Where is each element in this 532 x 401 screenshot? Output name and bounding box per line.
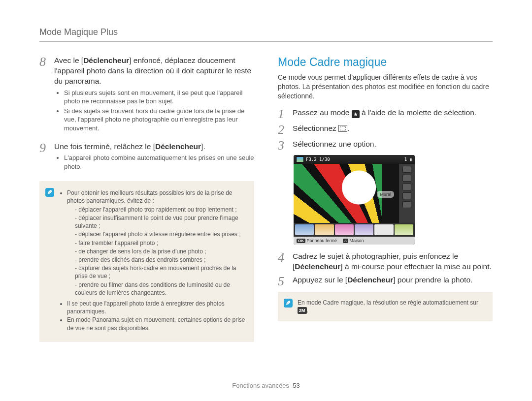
- frame-name-label: Mural: [377, 191, 394, 198]
- bullet: Si plusieurs sujets sont en mouvement, i…: [64, 89, 254, 106]
- side-icon: [402, 201, 411, 208]
- subsection-intro: Ce mode vous permet d'appliquer différen…: [278, 73, 493, 101]
- step-number: 8: [39, 56, 48, 139]
- note-icon: [45, 188, 54, 197]
- text: Avec le [: [54, 56, 83, 64]
- camera-top-bar: F3.2 1/30 1 ▮: [294, 155, 415, 164]
- resolution-2m-icon: 2M: [298, 307, 307, 314]
- camera-display-illustration: F3.2 1/30 1 ▮ Mural: [294, 155, 415, 245]
- left-column: 8 Avec le [Déclencheur] enfoncé, déplace…: [39, 56, 254, 342]
- page-number: 53: [293, 382, 299, 389]
- step-number: 9: [39, 142, 48, 177]
- step-2: 2 Sélectionnez .: [278, 123, 493, 136]
- step-number: 2: [278, 123, 287, 136]
- step-9-bullets: L'appareil photo combine automatiquement…: [54, 154, 254, 171]
- side-icon: [402, 166, 411, 173]
- step-number: 1: [278, 108, 287, 121]
- step-text: Avec le [Déclencheur] enfoncé, déplacez …: [54, 56, 254, 139]
- avoid-item: de changer de sens lors de la prise d'un…: [75, 247, 247, 255]
- frame-thumbnails: [294, 223, 415, 237]
- shutter-label: Déclencheur: [155, 142, 201, 151]
- text: ].: [201, 142, 205, 151]
- battery-indicator: 1 ▮: [404, 157, 412, 162]
- frame-thumb: [374, 224, 393, 235]
- step-text: Cadrez le sujet à photographier, puis en…: [293, 251, 493, 272]
- step-text: Appuyez sur le [Déclencheur] pour prendr…: [293, 275, 472, 288]
- text: ] à mi-course pour effectuer la mise au …: [340, 262, 491, 271]
- text: .: [347, 124, 349, 132]
- side-icon: [402, 184, 411, 190]
- footer-section: Fonctions avancées: [232, 382, 289, 389]
- resolution-note-box: En mode Cadre magique, la résolution se …: [278, 292, 493, 321]
- text: Appuyez sur le [: [293, 276, 347, 284]
- avoid-item: faire trembler l'appareil photo ;: [75, 239, 247, 247]
- tip-extra: En mode Panorama sujet en mouvement, cer…: [67, 316, 247, 332]
- two-column-layout: 8 Avec le [Déclencheur] enfoncé, déplace…: [39, 56, 493, 342]
- note-icon: [284, 299, 293, 308]
- right-column: Mode Cadre magique Ce mode vous permet d…: [278, 56, 493, 342]
- step-1: 1 Passez au mode ★ à l'aide de la molett…: [278, 108, 493, 121]
- bullet: Si des sujets se trouvent hors du cadre …: [64, 107, 254, 133]
- step-number: 4: [278, 251, 287, 272]
- step-number: 5: [278, 275, 287, 288]
- avoid-list: déplacer l'appareil photo trop rapidemen…: [67, 206, 247, 297]
- step-text: Passez au mode ★ à l'aide de la molette …: [293, 108, 476, 121]
- text: ] pour prendre la photo.: [393, 276, 472, 284]
- avoid-item: prendre ou filmer dans des conditions de…: [75, 281, 247, 297]
- home-action-label: Maison: [349, 238, 364, 243]
- frame-thumb: [315, 224, 333, 235]
- tip-content: Pour obtenir les meilleurs résultats pos…: [59, 188, 247, 335]
- page-footer: Fonctions avancées 53: [0, 382, 532, 389]
- camera-bottom-bar: OK Panneau fermé ⌂ Maison: [294, 237, 415, 245]
- thumbnail-icon: [296, 156, 304, 162]
- side-icons: [399, 164, 415, 223]
- live-view-image: Mural: [294, 164, 399, 223]
- tip-extra: Il se peut que l'appareil photo tarde à …: [67, 300, 247, 315]
- step-text: Sélectionnez une option.: [293, 139, 376, 152]
- avoid-item: déplacer l'appareil photo à vitesse irré…: [75, 230, 247, 238]
- shutter-label: Déclencheur: [347, 276, 393, 284]
- step-8-bullets: Si plusieurs sujets sont en mouvement, i…: [54, 89, 254, 133]
- resolution-note-text: En mode Cadre magique, la résolution se …: [298, 299, 486, 314]
- frame-thumb: [395, 224, 413, 235]
- step-number: 3: [278, 139, 287, 152]
- text: Sélectionnez: [293, 124, 338, 132]
- mode-dial-icon: ★: [352, 110, 360, 118]
- subsection-heading: Mode Cadre magique: [278, 56, 493, 69]
- frame-thumb: [335, 224, 354, 235]
- exposure-readout: F3.2 1/30: [306, 157, 330, 162]
- avoid-item: déplacer insuffisamment le point de vue …: [75, 214, 247, 230]
- text: Passez au mode: [293, 108, 352, 117]
- avoid-item: prendre des clichés dans des endroits so…: [75, 256, 247, 264]
- side-icon: [402, 175, 411, 182]
- shutter-label: Déclencheur: [83, 56, 129, 64]
- bullet: L'appareil photo combine automatiquement…: [64, 154, 254, 171]
- step-3: 3 Sélectionnez une option.: [278, 139, 493, 152]
- frame-thumb: [295, 224, 314, 235]
- step-text: Une fois terminé, relâchez le [Déclenche…: [54, 142, 254, 177]
- shutter-label: Déclencheur: [295, 262, 340, 271]
- step-9: 9 Une fois terminé, relâchez le [Déclenc…: [39, 142, 254, 177]
- avoid-item: déplacer l'appareil photo trop rapidemen…: [75, 206, 247, 214]
- ok-key-icon: OK: [297, 239, 305, 243]
- step-5: 5 Appuyez sur le [Déclencheur] pour pren…: [278, 275, 493, 288]
- section-header: Mode Magique Plus: [39, 27, 493, 42]
- home-key-icon: ⌂: [343, 239, 348, 243]
- ok-action-label: Panneau fermé: [307, 238, 337, 243]
- text: Une fois terminé, relâchez le [: [54, 142, 155, 151]
- avoid-item: capturer des sujets hors-cadre en mouvem…: [75, 264, 247, 280]
- step-text: Sélectionnez .: [293, 123, 349, 136]
- camera-live-view: Mural: [294, 164, 415, 223]
- side-icon: [402, 192, 411, 199]
- tip-lead: Pour obtenir les meilleurs résultats pos…: [67, 189, 247, 297]
- step-4: 4 Cadrez le sujet à photographier, puis …: [278, 251, 493, 272]
- manual-page: Mode Magique Plus 8 Avec le [Déclencheur…: [0, 0, 532, 401]
- text: à l'aide de la molette de sélection.: [360, 108, 476, 117]
- text: En mode Cadre magique, la résolution se …: [298, 299, 478, 306]
- text: .: [307, 307, 308, 314]
- tip-box: Pour obtenir les meilleurs résultats pos…: [39, 181, 254, 342]
- step-8: 8 Avec le [Déclencheur] enfoncé, déplace…: [39, 56, 254, 139]
- magic-frame-icon: [338, 125, 347, 132]
- frame-thumb: [355, 224, 373, 235]
